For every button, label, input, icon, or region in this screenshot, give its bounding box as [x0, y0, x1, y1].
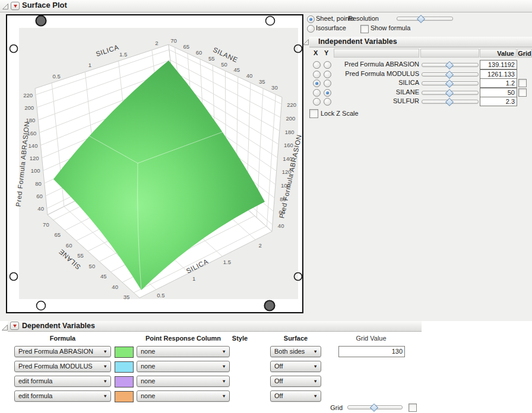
surface-color-swatch[interactable]	[115, 347, 134, 358]
col-header-style: Style	[226, 335, 254, 342]
variable-slider[interactable]	[422, 90, 479, 96]
section-title: Dependent Variables	[22, 322, 95, 330]
independent-variable-label: SILANE	[331, 88, 419, 96]
grid-checkbox[interactable]	[518, 88, 527, 97]
resolution-slider[interactable]	[397, 15, 453, 22]
axis-tick-label: 0.5	[157, 292, 164, 298]
formula-dropdown[interactable]: Pred Formula ABRASION	[14, 346, 111, 357]
y-axis-radio[interactable]	[324, 71, 331, 78]
independent-variable-label: Pred Formula MODULUS	[331, 70, 419, 77]
dependent-variable-row: edit formulanoneOff	[0, 376, 532, 387]
red-triangle-menu-button[interactable]	[11, 2, 20, 10]
surface-mode-dropdown[interactable]: Off	[270, 361, 321, 372]
x-axis-radio[interactable]	[313, 98, 321, 106]
dependent-variables-header: Dependent Variables	[8, 321, 422, 332]
jmp-surface-plot-window: Surface Plot 0.511.527065605550454035302…	[0, 0, 532, 413]
grid-checkbox[interactable]	[518, 79, 527, 87]
lock-z-scale-checkbox[interactable]	[309, 109, 318, 118]
y-axis-radio[interactable]	[324, 89, 331, 97]
grid-checkbox[interactable]	[408, 404, 417, 412]
axis-tick-label: 40	[278, 223, 284, 229]
axis-tick-label: 180	[285, 129, 294, 135]
resolution-label: Resolution	[348, 15, 379, 22]
slider-thumb[interactable]	[445, 88, 454, 97]
surface-mode-dropdown[interactable]: Off	[270, 376, 321, 387]
axis-tick-label: 1.5	[223, 259, 231, 265]
independent-variable-label: SILICA	[331, 79, 419, 86]
isosurface-label: Isosurface	[316, 24, 346, 31]
surface-plot-3d-view[interactable]: 0.511.5270656055504540353022020018016014…	[6, 14, 303, 313]
formula-dropdown[interactable]: edit formula	[14, 376, 111, 387]
col-header-formula: Formula	[14, 335, 111, 342]
surface-mode-dropdown[interactable]: Off	[270, 390, 321, 402]
rotation-handle[interactable]	[36, 16, 46, 26]
variable-value-input[interactable]: 139.1192	[480, 60, 517, 69]
lock-z-scale-label: Lock Z Scale	[321, 110, 359, 117]
red-triangle-menu-button[interactable]	[10, 322, 19, 330]
axis-tick-label: 1	[192, 275, 195, 282]
point-response-dropdown[interactable]: none	[137, 376, 230, 387]
point-response-dropdown[interactable]: none	[137, 346, 230, 357]
sheet-points-radio[interactable]	[307, 15, 315, 23]
surface-color-swatch[interactable]	[115, 376, 134, 387]
rotation-handle[interactable]	[265, 301, 275, 311]
axis-tick-label: 120	[30, 155, 39, 161]
y-axis-radio[interactable]	[324, 80, 331, 87]
dependent-variable-row: edit formulanoneOff	[0, 390, 532, 402]
grid-slider[interactable]	[347, 404, 403, 411]
independent-variable-label: SULFUR	[331, 97, 419, 104]
formula-dropdown[interactable]: edit formula	[14, 390, 111, 402]
independent-variable-row: SILICA1.2	[0, 78, 532, 88]
variable-value-input[interactable]: 1261.133	[480, 69, 517, 79]
variable-value-input[interactable]: 1.2	[480, 78, 517, 88]
section-title: Independent Variables	[318, 37, 397, 46]
surface-mode-dropdown[interactable]: Both sides	[270, 346, 321, 357]
axis-tick-label: 70	[170, 37, 177, 44]
y-axis-radio[interactable]	[324, 98, 331, 106]
col-header-x: X	[314, 49, 318, 56]
axis-tick-label: 160	[284, 142, 293, 148]
show-formula-checkbox[interactable]	[360, 25, 369, 33]
isosurface-radio[interactable]	[307, 25, 315, 33]
axis-tick-label: 45	[100, 273, 107, 279]
axis-tick-label: 140	[28, 142, 38, 149]
col-header-point-response: Point Response Column	[137, 335, 230, 342]
x-axis-radio[interactable]	[313, 89, 321, 97]
disclosure-triangle-icon[interactable]	[302, 39, 309, 46]
disclosure-triangle-icon[interactable]	[2, 3, 9, 10]
surface-plot-header: Surface Plot	[0, 0, 532, 12]
point-response-dropdown[interactable]: none	[137, 361, 230, 372]
slider-thumb[interactable]	[445, 70, 454, 78]
rotation-handle[interactable]	[10, 273, 18, 281]
y-axis-radio[interactable]	[324, 61, 331, 69]
surface-color-swatch[interactable]	[115, 361, 134, 373]
x-axis-radio[interactable]	[313, 80, 321, 87]
variable-value-input[interactable]: 2.3	[480, 97, 517, 106]
variable-slider[interactable]	[422, 71, 479, 78]
formula-dropdown[interactable]: Pred Formula MODULUS	[14, 361, 111, 372]
axis-tick-label: 35	[124, 294, 130, 300]
rotation-handle[interactable]	[37, 301, 46, 310]
axis-tick-label: 40	[112, 284, 118, 290]
x-axis-radio[interactable]	[313, 71, 321, 78]
surface-color-swatch[interactable]	[115, 391, 134, 402]
col-header-surface: Surface	[270, 335, 321, 342]
x-axis-radio[interactable]	[313, 61, 321, 69]
axis-tick-label: 50	[89, 263, 96, 269]
show-formula-label: Show formula	[370, 24, 410, 31]
variable-value-input[interactable]: 50	[480, 88, 517, 97]
axis-tick-label: 100	[31, 167, 40, 174]
axis-tick-label: 2	[258, 242, 261, 249]
point-response-dropdown[interactable]: none	[137, 390, 230, 402]
independent-variable-label: Pred Formula ABRASION	[331, 61, 419, 68]
col-header-spacer	[334, 49, 419, 58]
variable-slider[interactable]	[422, 62, 479, 68]
variable-slider[interactable]	[422, 99, 479, 105]
col-header-grid-value: Grid Value	[338, 335, 404, 342]
rotation-handle[interactable]	[266, 17, 275, 26]
rotation-handle[interactable]	[10, 45, 18, 53]
axis-tick-label: 65	[183, 43, 190, 50]
grid-value-input[interactable]: 130	[338, 346, 405, 357]
axis-tick-label: 40	[37, 205, 44, 212]
variable-slider[interactable]	[422, 80, 479, 87]
